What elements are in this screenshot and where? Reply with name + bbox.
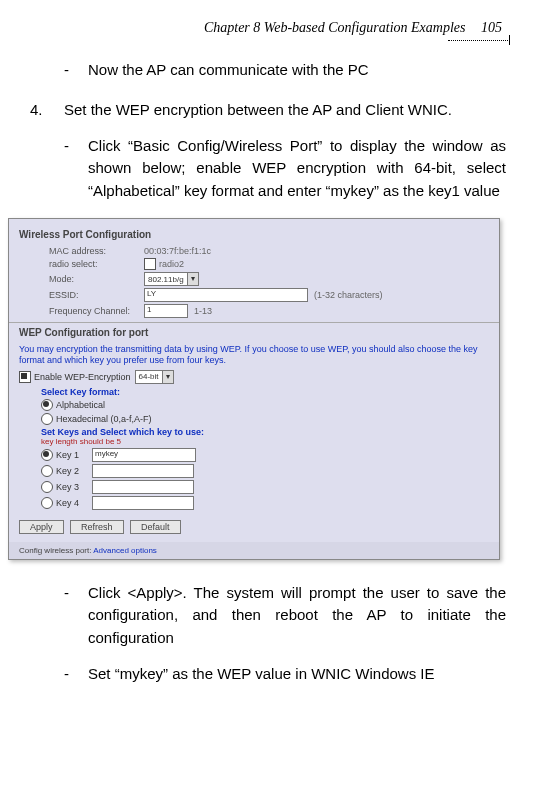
- step-4-text: Set the WEP encryption between the AP an…: [64, 98, 506, 121]
- text: Now the AP can communicate with the PC: [88, 61, 369, 78]
- freq-input[interactable]: 1: [144, 304, 188, 318]
- chevron-down-icon: ▾: [162, 371, 173, 383]
- enable-wep-checkbox[interactable]: [19, 371, 31, 383]
- format-hex-label: Hexadecimal (0,a-f,A-F): [56, 414, 152, 424]
- wep-note: You may encryption the transmitting data…: [19, 344, 489, 366]
- essid-hint: (1-32 characters): [314, 290, 383, 300]
- radio-value: radio2: [159, 259, 184, 269]
- select-format-label: Select Key format:: [41, 387, 489, 397]
- key4-radio[interactable]: [41, 497, 53, 509]
- enable-wep-label: Enable WEP-Encryption: [34, 372, 131, 382]
- key1-input[interactable]: mykey: [92, 448, 196, 462]
- key3-radio[interactable]: [41, 481, 53, 493]
- wep-bits-value: 64-bit: [136, 372, 162, 381]
- mode-label: Mode:: [49, 274, 144, 284]
- step-4: 4. Set the WEP encryption between the AP…: [28, 98, 506, 203]
- panel-title-wep: WEP Configuration for port: [19, 327, 489, 338]
- key-length-hint: key length should be 5: [41, 437, 489, 446]
- substep-set-mykey: Set “mykey” as the WEP value in WNIC Win…: [64, 663, 506, 686]
- advanced-options-link[interactable]: Advanced options: [93, 546, 157, 555]
- chevron-down-icon: ▾: [187, 273, 198, 285]
- mode-value: 802.11b/g: [145, 275, 187, 284]
- key4-input[interactable]: [92, 496, 194, 510]
- substep-basic-config: Click “Basic Config/Wireless Port” to di…: [64, 135, 506, 203]
- key3-label: Key 3: [56, 482, 92, 492]
- key2-label: Key 2: [56, 466, 92, 476]
- chapter-title: Chapter 8 Web-based Configuration Exampl…: [204, 20, 466, 36]
- format-hex-radio[interactable]: [41, 413, 53, 425]
- step-marker: 4.: [30, 98, 43, 121]
- mac-value: 00:03:7f:be:f1:1c: [144, 246, 211, 256]
- key2-radio[interactable]: [41, 465, 53, 477]
- page-number: 105: [481, 20, 502, 36]
- freq-label: Frequency Channel:: [49, 306, 144, 316]
- radio-checkbox[interactable]: [144, 258, 156, 270]
- apply-button[interactable]: Apply: [19, 520, 64, 534]
- format-alpha-label: Alphabetical: [56, 400, 105, 410]
- text: Click <Apply>. The system will prompt th…: [88, 584, 506, 646]
- refresh-button[interactable]: Refresh: [70, 520, 124, 534]
- mode-select[interactable]: 802.11b/g▾: [144, 272, 199, 286]
- bullet-ap-communicate: Now the AP can communicate with the PC: [64, 59, 506, 82]
- key4-label: Key 4: [56, 498, 92, 508]
- config-screenshot: Wireless Port Configuration MAC address:…: [8, 218, 500, 560]
- footer-bar: Config wireless port: Advanced options: [9, 542, 499, 559]
- default-button[interactable]: Default: [130, 520, 181, 534]
- key2-input[interactable]: [92, 464, 194, 478]
- set-keys-label: Set Keys and Select which key to use:: [41, 427, 489, 437]
- mac-label: MAC address:: [49, 246, 144, 256]
- text: Set “mykey” as the WEP value in WNIC Win…: [88, 665, 435, 682]
- wep-bits-select[interactable]: 64-bit▾: [135, 370, 174, 384]
- text: Click “Basic Config/Wireless Port” to di…: [88, 137, 506, 199]
- page-header: Chapter 8 Web-based Configuration Exampl…: [28, 20, 506, 36]
- footer-text: Config wireless port:: [19, 546, 91, 555]
- key1-label: Key 1: [56, 450, 92, 460]
- key1-radio[interactable]: [41, 449, 53, 461]
- panel-title-wireless-port: Wireless Port Configuration: [19, 229, 489, 240]
- substep-apply: Click <Apply>. The system will prompt th…: [64, 582, 506, 650]
- freq-hint: 1-13: [194, 306, 212, 316]
- radio-label: radio select:: [49, 259, 144, 269]
- essid-label: ESSID:: [49, 290, 144, 300]
- key3-input[interactable]: [92, 480, 194, 494]
- essid-input[interactable]: LY: [144, 288, 308, 302]
- format-alpha-radio[interactable]: [41, 399, 53, 411]
- header-rule: [448, 40, 508, 41]
